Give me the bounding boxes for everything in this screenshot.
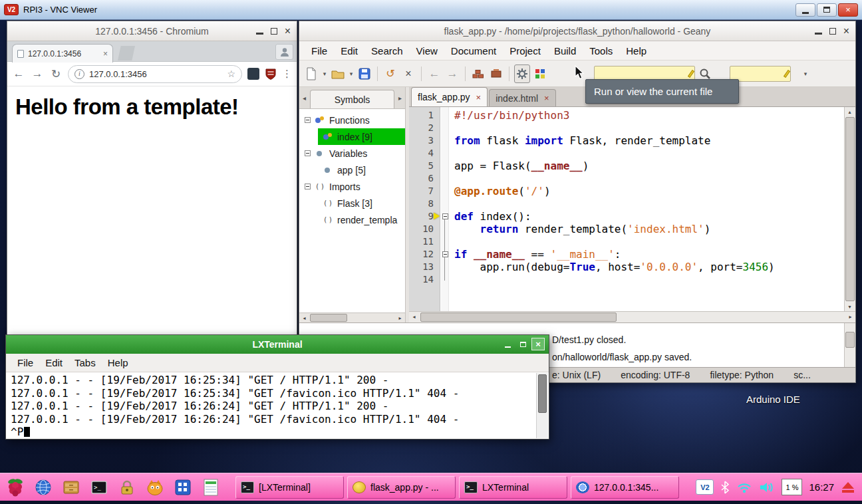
save-button[interactable]: [357, 64, 372, 83]
tab-close-icon[interactable]: ×: [544, 93, 549, 103]
nav-back-button[interactable]: ←: [426, 64, 442, 83]
web-browser-button[interactable]: [33, 477, 53, 497]
tab-symbols[interactable]: Symbols: [310, 90, 394, 108]
code-line-13[interactable]: 13 app.run(debug=True, host='0.0.0.0', p…: [409, 261, 844, 273]
close-document-button[interactable]: ×: [400, 64, 416, 83]
code-line-4[interactable]: 4: [409, 147, 844, 160]
bluetooth-icon[interactable]: [720, 481, 730, 494]
bookmark-star-icon[interactable]: ☆: [227, 68, 235, 79]
terminal-launcher-button[interactable]: >_: [89, 477, 108, 497]
scroll-up-icon[interactable]: ▴: [845, 107, 855, 116]
code-line-7[interactable]: 7@app.route('/'): [409, 185, 844, 197]
browser-tab[interactable]: 127.0.0.1:3456 ×: [12, 44, 113, 63]
terminal-output[interactable]: 127.0.0.1 - - [19/Feb/2017 16:25:34] "GE…: [7, 373, 536, 438]
address-bar[interactable]: i 127.0.0.1:3456 ☆: [68, 65, 242, 83]
taskbar-button-lxterminal[interactable]: LXTerminal: [459, 476, 567, 499]
keys-button[interactable]: [117, 477, 136, 497]
run-button[interactable]: [514, 64, 530, 83]
geany-menu-search[interactable]: Search: [364, 43, 410, 59]
app-grid-button[interactable]: [173, 477, 192, 497]
scroll-right-icon[interactable]: ▸: [395, 313, 405, 322]
symbol-imports[interactable]: ( )Imports: [299, 178, 405, 195]
file-tab-index-html[interactable]: index.html ×: [489, 89, 555, 106]
tree-expander-icon[interactable]: [305, 117, 311, 123]
vnc-window-titlebar[interactable]: V2 RPI3 - VNC Viewer ×: [0, 0, 862, 20]
file-tab-flask-app[interactable]: flask_app.py ×: [411, 87, 488, 106]
tab-close-icon[interactable]: ×: [476, 92, 482, 102]
menu-dots-icon[interactable]: ⋮: [282, 68, 292, 80]
geany-menu-project[interactable]: Project: [503, 43, 547, 59]
geany-menu-build[interactable]: Build: [547, 43, 583, 59]
message-scrollbar[interactable]: [844, 323, 855, 367]
vnc-tray-icon[interactable]: V2: [696, 479, 714, 495]
geany-menu-edit[interactable]: Edit: [334, 43, 364, 59]
reload-icon[interactable]: ↻: [49, 67, 63, 81]
minimize-button[interactable]: [501, 338, 514, 350]
open-file-dropdown-icon[interactable]: ▾: [348, 70, 355, 77]
tab-scroll-right-icon[interactable]: ▸: [395, 87, 405, 108]
color-chooser-button[interactable]: [532, 64, 548, 83]
code-line-5[interactable]: 5app = Flask(__name__): [409, 160, 844, 172]
sidebar-horizontal-scrollbar[interactable]: ◂ ▸: [299, 313, 405, 322]
symbol-index-9[interactable]: index [9]: [318, 128, 405, 145]
new-file-button[interactable]: [303, 64, 319, 83]
taskbar-button-flask-app-py[interactable]: flask_app.py - ...: [347, 476, 456, 499]
close-button[interactable]: ×: [838, 3, 858, 17]
maximize-button[interactable]: [829, 28, 836, 35]
terminal-scrollbar[interactable]: [536, 373, 548, 438]
profile-button[interactable]: [275, 44, 293, 60]
symbol-flask-3[interactable]: ( )Flask [3]: [299, 195, 405, 211]
desktop-icon-arduino-ide[interactable]: Arduino IDE: [746, 394, 800, 405]
page-info-icon[interactable]: i: [74, 69, 84, 79]
editor-horizontal-scrollbar[interactable]: ◂ ▸: [409, 311, 855, 322]
scroll-down-icon[interactable]: ▾: [845, 302, 855, 311]
code-line-8[interactable]: 8: [409, 197, 844, 210]
compile-button[interactable]: [470, 64, 486, 83]
geany-menu-tools[interactable]: Tools: [583, 43, 619, 59]
symbol-app-5[interactable]: app [5]: [299, 162, 405, 178]
nav-forward-button[interactable]: →: [444, 64, 460, 83]
scrollbar-thumb[interactable]: [310, 314, 347, 322]
raspberry-menu-button[interactable]: [5, 477, 25, 497]
fold-toggle-icon[interactable]: [442, 213, 448, 219]
revert-button[interactable]: ↺: [382, 64, 398, 83]
code-line-12[interactable]: 12if __name__ == '__main__':: [409, 248, 844, 261]
scrollbar-thumb[interactable]: [420, 313, 617, 322]
maximize-button[interactable]: [271, 28, 277, 35]
code-line-10[interactable]: 10 return render_template('index.html'): [409, 223, 844, 235]
minimize-button[interactable]: [795, 3, 815, 17]
taskbar-button-lxterminal[interactable]: [LXTerminal]: [235, 476, 344, 499]
geany-menu-help[interactable]: Help: [619, 43, 653, 59]
taskbar-clock[interactable]: 16:27: [809, 481, 834, 493]
symbol-variables[interactable]: Variables: [299, 145, 405, 162]
code-line-6[interactable]: 6: [409, 172, 844, 185]
terminal-menu-file[interactable]: File: [11, 355, 39, 370]
fold-toggle-icon[interactable]: [442, 251, 448, 257]
symbol-functions[interactable]: Functions: [299, 112, 405, 128]
code-line-14[interactable]: 14: [409, 273, 844, 286]
scrollbar-thumb[interactable]: [845, 332, 855, 348]
new-file-dropdown-icon[interactable]: ▾: [321, 70, 328, 77]
ublock-shield-icon[interactable]: [265, 68, 277, 80]
geany-menu-view[interactable]: View: [410, 43, 444, 59]
minimize-button[interactable]: [256, 33, 263, 35]
tab-close-icon[interactable]: ×: [103, 49, 108, 59]
code-editor[interactable]: 1#!/usr/bin/python323from flask import F…: [409, 107, 855, 311]
code-line-3[interactable]: 3from flask import Flask, render_templat…: [409, 134, 844, 147]
toolbar-overflow-icon[interactable]: ▾: [802, 70, 809, 77]
address-bar-url[interactable]: 127.0.0.1:3456: [89, 69, 147, 79]
file-manager-button[interactable]: [61, 477, 80, 497]
volume-icon[interactable]: [759, 481, 775, 493]
code-line-9[interactable]: 9def index():: [409, 210, 844, 223]
scrollbar-thumb[interactable]: [538, 374, 547, 413]
tab-scroll-left-icon[interactable]: ◂: [299, 87, 309, 108]
wifi-icon[interactable]: [736, 481, 752, 493]
code-line-11[interactable]: 11: [409, 235, 844, 248]
build-button[interactable]: [488, 64, 504, 83]
code-line-1[interactable]: 1#!/usr/bin/python3: [409, 109, 844, 122]
terminal-menu-edit[interactable]: Edit: [39, 355, 69, 370]
editor-vertical-scrollbar[interactable]: ▴ ▾: [844, 107, 855, 311]
close-button[interactable]: ×: [285, 26, 291, 37]
goto-line-entry[interactable]: [730, 66, 791, 82]
spreadsheet-button[interactable]: [201, 477, 220, 497]
